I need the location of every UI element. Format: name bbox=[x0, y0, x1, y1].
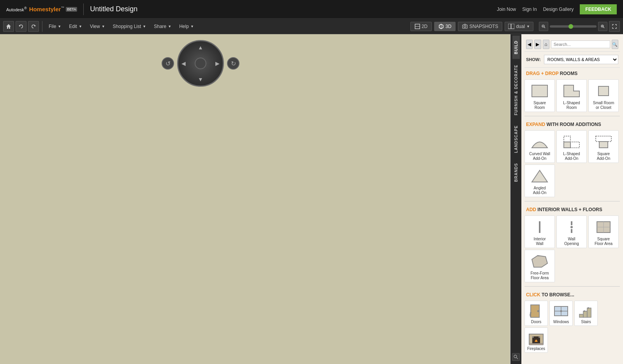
svg-point-108 bbox=[560, 310, 562, 312]
svg-point-113 bbox=[588, 307, 589, 309]
interior-wall-item[interactable]: InteriorWall bbox=[524, 215, 555, 248]
feedback-button[interactable]: FEEDBACK bbox=[580, 4, 617, 14]
svg-rect-116 bbox=[529, 343, 543, 345]
svg-rect-109 bbox=[579, 314, 583, 317]
help-menu[interactable]: Help ▼ bbox=[176, 22, 197, 31]
svg-marker-0 bbox=[6, 24, 11, 29]
panel-search-button[interactable]: 🔍 bbox=[612, 40, 618, 49]
square-room-label: SquareRoom bbox=[533, 101, 546, 110]
zoom-out-icon bbox=[542, 24, 546, 28]
fullscreen-icon bbox=[612, 24, 617, 29]
top-right-nav: Join Now Sign In Design Gallery FEEDBACK bbox=[497, 4, 617, 14]
doors-icon bbox=[527, 303, 546, 320]
angled-add-item[interactable]: AngledAdd-On bbox=[524, 164, 555, 197]
panel-back-button[interactable]: ◀ bbox=[526, 40, 533, 49]
section-divider-1 bbox=[524, 116, 620, 116]
sign-in-link[interactable]: Sign In bbox=[522, 7, 537, 12]
square-add-item[interactable]: SquareAdd-On bbox=[588, 130, 619, 163]
square-room-item[interactable]: SquareRoom bbox=[524, 79, 555, 112]
additions-grid: Curved WallAdd-On L-ShapedAdd-On bbox=[524, 129, 620, 199]
small-room-item[interactable]: Small Roomor Closet bbox=[588, 79, 619, 112]
toolbar-divider bbox=[42, 21, 42, 32]
browse-subtitle: TO BROWSE... bbox=[542, 292, 574, 298]
pan-center[interactable] bbox=[195, 58, 206, 69]
fireplaces-item[interactable]: Fireplaces bbox=[524, 327, 548, 353]
zoom-slider[interactable] bbox=[550, 25, 597, 28]
svg-point-96 bbox=[570, 226, 573, 228]
panel-forward-button[interactable]: ▶ bbox=[534, 40, 541, 49]
shopping-list-menu[interactable]: Shopping List ▼ bbox=[110, 22, 150, 31]
join-now-link[interactable]: Join Now bbox=[497, 7, 516, 12]
windows-item[interactable]: Windows bbox=[549, 301, 573, 326]
fullscreen-button[interactable] bbox=[609, 21, 620, 32]
build-tab[interactable]: BUILD bbox=[512, 36, 520, 59]
svg-marker-92 bbox=[532, 170, 547, 182]
svg-point-83 bbox=[514, 355, 517, 358]
edit-menu[interactable]: Edit ▼ bbox=[66, 22, 85, 31]
svg-point-117 bbox=[532, 336, 534, 338]
zoom-thumb[interactable] bbox=[568, 24, 573, 29]
l-shaped-add-item[interactable]: L-ShapedAdd-On bbox=[556, 130, 587, 163]
view-arrow: ▼ bbox=[102, 24, 105, 28]
zoom-plus-button[interactable] bbox=[598, 22, 607, 31]
small-room-icon bbox=[592, 81, 615, 101]
panel-search-icon[interactable] bbox=[512, 353, 520, 361]
stairs-item[interactable]: Stairs bbox=[574, 301, 598, 326]
rotate-right-button[interactable]: ↻ bbox=[227, 57, 239, 70]
help-arrow: ▼ bbox=[190, 24, 194, 28]
walls-subtitle: INTERIOR WALLS + FLOORS bbox=[537, 207, 602, 212]
panel-home-button[interactable]: ⌂ bbox=[543, 40, 549, 49]
panel-search-input[interactable] bbox=[551, 40, 610, 48]
design-title[interactable]: Untitled Design bbox=[90, 5, 137, 13]
svg-point-7 bbox=[464, 26, 466, 28]
panel-navigation: ◀ ▶ ⌂ 🔍 bbox=[524, 37, 620, 52]
drag-drop-subtitle: ROOMS bbox=[560, 71, 577, 76]
rotate-left-button[interactable]: ↺ bbox=[162, 57, 174, 70]
wall-opening-item[interactable]: WallOpening bbox=[556, 215, 587, 248]
brands-tab[interactable]: BRANDS bbox=[512, 158, 520, 187]
top-divider bbox=[83, 4, 84, 15]
pan-left-arrow: ◀ bbox=[181, 60, 186, 66]
undo-button[interactable] bbox=[16, 21, 26, 32]
canvas-area[interactable]: ↺ ▲ ▼ ◀ ▶ ↻ bbox=[0, 34, 510, 364]
interior-wall-icon bbox=[528, 217, 551, 237]
freeform-floor-item[interactable]: Free-FormFloor Area bbox=[524, 250, 555, 282]
shopping-arrow: ▼ bbox=[143, 24, 146, 28]
panel-content: ◀ ▶ ⌂ 🔍 SHOW: ROOMS, WALLS & AREAS FLOOR… bbox=[521, 34, 623, 364]
design-gallery-link[interactable]: Design Gallery bbox=[543, 7, 574, 12]
home-icon bbox=[6, 24, 11, 29]
redo-button[interactable] bbox=[28, 21, 39, 32]
landscape-tab[interactable]: LANDSCAPE bbox=[512, 121, 520, 158]
view-3d-button[interactable]: 3D bbox=[434, 22, 456, 31]
square-room-icon bbox=[528, 81, 551, 101]
dual-view-button[interactable]: dual ▼ bbox=[505, 22, 533, 31]
view-2d-button[interactable]: 2D bbox=[410, 22, 432, 31]
l-shaped-room-item[interactable]: L-ShapedRoom bbox=[556, 79, 587, 112]
l-shaped-add-label: L-ShapedAdd-On bbox=[563, 152, 580, 161]
curved-wall-label: Curved WallAdd-On bbox=[529, 152, 550, 161]
pan-control[interactable]: ▲ ▼ ◀ ▶ bbox=[177, 40, 224, 87]
pan-down-arrow: ▼ bbox=[198, 76, 203, 82]
small-room-label: Small Roomor Closet bbox=[593, 101, 614, 110]
snapshots-button[interactable]: SNAPSHOTS bbox=[458, 22, 502, 31]
furnish-decorate-tab[interactable]: FURNISH & DECORATE bbox=[512, 60, 520, 120]
stairs-label: Stairs bbox=[581, 320, 591, 324]
curved-wall-item[interactable]: Curved WallAdd-On bbox=[524, 130, 555, 163]
square-add-icon bbox=[592, 132, 615, 152]
zoom-in-icon bbox=[601, 24, 605, 28]
view-menu[interactable]: View ▼ bbox=[87, 22, 108, 31]
pan-right-arrow: ▶ bbox=[215, 60, 220, 66]
camera-icon bbox=[462, 24, 468, 29]
home-button[interactable] bbox=[3, 21, 14, 32]
square-floor-item[interactable]: SquareFloor Area bbox=[588, 215, 619, 248]
drag-drop-highlight: DRAG + DROP bbox=[526, 71, 558, 76]
svg-point-104 bbox=[530, 312, 531, 313]
logo-homestyler: Homestyler™ bbox=[29, 6, 65, 12]
stairs-icon bbox=[577, 303, 595, 320]
file-menu[interactable]: File ▼ bbox=[46, 22, 64, 31]
walls-grid: InteriorWall WallOpening bbox=[524, 214, 620, 284]
doors-item[interactable]: Doors bbox=[524, 301, 548, 326]
show-select[interactable]: ROOMS, WALLS & AREAS FLOOR PLAN ALL ELEM… bbox=[544, 55, 618, 64]
zoom-minus-button[interactable] bbox=[539, 22, 548, 31]
share-menu[interactable]: Share ▼ bbox=[151, 22, 174, 31]
